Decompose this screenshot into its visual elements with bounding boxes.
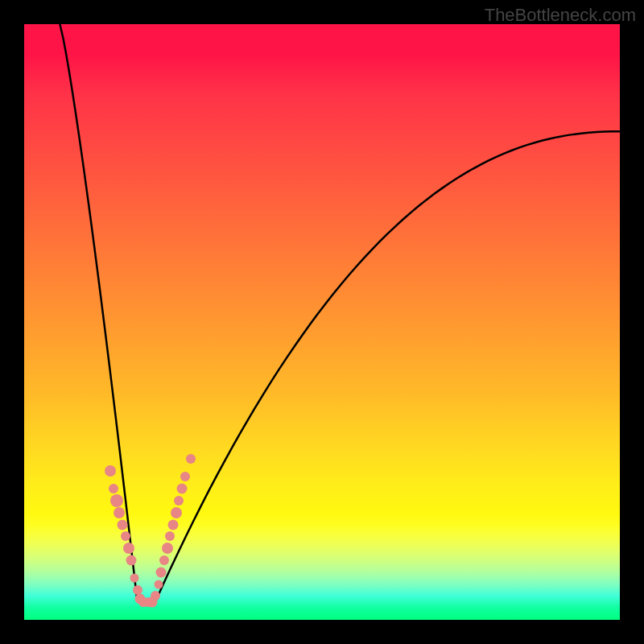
data-marker <box>130 574 138 583</box>
data-marker <box>109 484 118 493</box>
data-marker <box>186 454 196 464</box>
data-marker <box>121 531 130 541</box>
data-marker <box>168 519 179 530</box>
data-marker <box>151 591 160 601</box>
markers-layer <box>24 24 620 620</box>
data-marker <box>165 531 175 541</box>
data-marker <box>156 567 167 577</box>
data-marker <box>110 494 123 507</box>
watermark: TheBottleneck.com <box>485 5 636 26</box>
data-marker <box>159 555 169 565</box>
data-marker <box>154 580 163 588</box>
data-marker <box>174 496 184 506</box>
data-marker <box>114 507 125 518</box>
data-marker <box>123 543 134 554</box>
chart-area <box>24 24 620 620</box>
data-marker <box>105 465 116 477</box>
data-marker <box>171 507 182 518</box>
data-marker <box>177 484 188 494</box>
data-marker <box>162 543 173 554</box>
data-marker <box>118 519 128 530</box>
data-marker <box>126 555 137 566</box>
data-marker <box>180 472 190 481</box>
